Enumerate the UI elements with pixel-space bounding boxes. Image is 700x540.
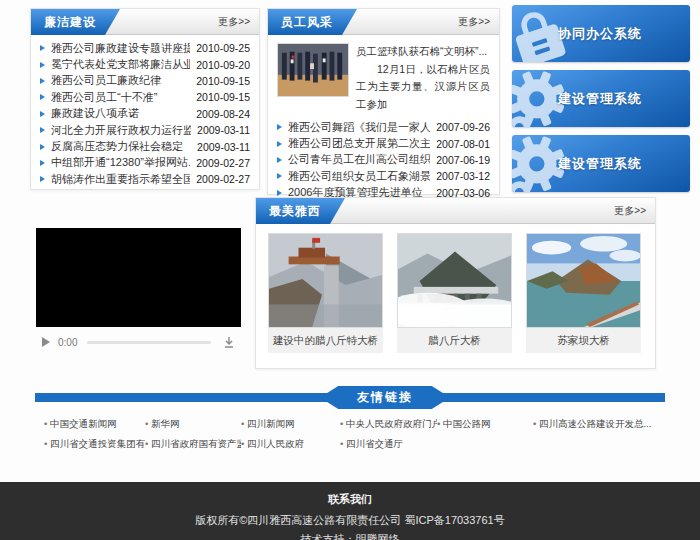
news-title: 公司青年员工在川高公司组织的... — [288, 152, 430, 167]
gallery-more-link[interactable]: 更多>> — [614, 198, 646, 224]
gallery-photo[interactable]: 建设中的腊八斤特大桥 — [268, 233, 383, 353]
video-screen[interactable] — [36, 228, 241, 327]
news-date: 2009-03-11 — [197, 141, 250, 153]
news-item[interactable]: 雅西公司组织女员工石象湖景区...2007-03-12 — [268, 168, 499, 184]
staff-more-link[interactable]: 更多>> — [458, 9, 490, 35]
video-progress-bar[interactable] — [87, 341, 211, 344]
friend-link[interactable]: 四川高速公路建设开发总... — [533, 418, 653, 431]
arrow-bullet-icon — [40, 111, 45, 117]
friend-link-label: 四川省交通厅 — [346, 438, 403, 449]
news-item[interactable]: 反腐高压态势力保社会稳定2009-03-11 — [31, 138, 259, 154]
friend-link[interactable]: 四川省交通投资集团有限... — [44, 438, 145, 451]
news-title: 雅西公司员工廉政纪律 — [51, 73, 190, 88]
news-title: 中组部开通“12380”举报网站... — [51, 155, 190, 170]
news-title: 河北全力开展行政权力运行监控... — [51, 123, 191, 138]
gallery-photo[interactable]: 苏家坝大桥 — [526, 233, 641, 353]
system-link-label: 建设管理系统 — [558, 135, 642, 192]
arrow-bullet-icon — [40, 127, 45, 133]
news-item[interactable]: 雅西公司员工“十不准”2010-09-15 — [31, 89, 259, 105]
friend-links-title: 友情链接 — [320, 386, 450, 409]
news-date: 2010-09-15 — [196, 91, 250, 103]
featured-title[interactable]: 员工篮球队获石棉“文明杯”... — [356, 43, 490, 61]
staff-news-list: 雅西公司舞蹈《我们是一家人》...2007-09-26 雅西公司团总支开展第二次… — [268, 117, 499, 201]
arrow-bullet-icon — [277, 173, 282, 179]
arrow-bullet-icon — [40, 94, 45, 100]
news-date: 2010-09-15 — [196, 75, 250, 87]
news-item[interactable]: 公司青年员工在川高公司组织的...2007-06-19 — [268, 152, 499, 168]
news-date: 2009-02-27 — [196, 157, 250, 169]
tech-support-text: 技术支持：明腾网络 — [0, 532, 700, 540]
friend-link[interactable]: 四川省政府国有资产监督... — [145, 438, 241, 451]
friend-link-label: 四川新闻网 — [247, 418, 295, 429]
friend-link[interactable]: 四川新闻网 — [241, 418, 340, 431]
arrow-bullet-icon — [40, 144, 45, 150]
gallery-panel: 最美雅西 更多>> 建设中的腊八斤特大桥 — [255, 197, 656, 369]
play-icon[interactable] — [42, 337, 50, 347]
page-footer: 联系我们 版权所有©四川雅西高速公路有限责任公司 蜀ICP备17033761号 … — [0, 482, 700, 540]
video-player[interactable]: 0:00 — [36, 228, 241, 357]
friend-link-label: 中国公路网 — [443, 418, 491, 429]
friend-link[interactable]: 四川省交通厅 — [340, 438, 437, 451]
news-title: 雅西公司团总支开展第二次主题... — [288, 136, 430, 151]
news-title: 反腐高压态势力保社会稳定 — [51, 139, 191, 154]
news-item[interactable]: 雅西公司廉政建设专题讲座提纲2010-09-25 — [31, 40, 259, 56]
video-controls: 0:00 — [36, 327, 241, 357]
news-item[interactable]: 雅西公司团总支开展第二次主题...2007-08-01 — [268, 135, 499, 151]
arrow-bullet-icon — [40, 176, 45, 182]
staff-featured-article[interactable]: 员工篮球队获石棉“文明杯”... 12月1日，以石棉片区员工为主要力量、汉源片区… — [277, 43, 490, 113]
arrow-bullet-icon — [277, 190, 282, 196]
video-time: 0:00 — [58, 337, 77, 348]
news-title: 廉政建设八项承诺 — [51, 106, 190, 121]
gallery-panel-title: 最美雅西 — [256, 198, 345, 224]
friend-link[interactable]: 中国交通新闻网 — [44, 418, 145, 431]
friend-link-label: 新华网 — [151, 418, 180, 429]
news-date: 2009-08-24 — [196, 108, 250, 120]
friend-link[interactable]: 中国公路网 — [437, 418, 533, 431]
download-icon[interactable] — [223, 336, 235, 348]
friend-link-label: 中国交通新闻网 — [50, 418, 117, 429]
integrity-more-link[interactable]: 更多>> — [218, 9, 250, 35]
arrow-bullet-icon — [40, 78, 45, 84]
gallery-photo[interactable]: 腊八斤大桥 — [397, 233, 512, 353]
system-link-construction-2[interactable]: 建设管理系统 — [512, 135, 690, 192]
gallery-title-text: 最美雅西 — [269, 204, 321, 218]
friend-link-label: 四川省交通投资集团有限... — [50, 438, 145, 449]
friend-link-label: 四川人民政府 — [247, 438, 304, 449]
arrow-bullet-icon — [277, 124, 282, 130]
news-date: 2010-09-25 — [196, 42, 250, 54]
friend-link[interactable]: 四川人民政府 — [241, 438, 340, 451]
page: 廉洁建设 更多>> 雅西公司廉政建设专题讲座提纲2010-09-25 冕宁代表处… — [0, 0, 700, 540]
friend-link-label: 四川高速公路建设开发总... — [539, 418, 651, 429]
news-item[interactable]: 胡锦涛作出重要指示希望全国纪...2009-02-27 — [31, 171, 259, 187]
photo-caption: 苏家坝大桥 — [526, 328, 641, 353]
system-link-construction-1[interactable]: 建设管理系统 — [512, 70, 690, 127]
friend-link[interactable]: 中央人民政府政府门户网 — [340, 418, 437, 431]
friend-link[interactable]: 新华网 — [145, 418, 241, 431]
river-bridge-photo — [526, 233, 641, 328]
staff-title-text: 员工风采 — [281, 15, 333, 29]
system-link-label: 建设管理系统 — [558, 70, 642, 127]
contact-us-link[interactable]: 联系我们 — [0, 482, 700, 507]
integrity-title-text: 廉洁建设 — [44, 15, 96, 29]
news-date: 2007-08-01 — [436, 138, 490, 150]
news-title: 雅西公司舞蹈《我们是一家人》... — [288, 120, 430, 135]
basketball-photo — [277, 43, 349, 97]
news-item[interactable]: 冕宁代表处党支部将廉洁从业学...2010-09-20 — [31, 56, 259, 72]
news-item[interactable]: 中组部开通“12380”举报网站...2009-02-27 — [31, 155, 259, 171]
photo-caption: 建设中的腊八斤特大桥 — [268, 328, 383, 353]
arrow-bullet-icon — [277, 141, 282, 147]
news-item[interactable]: 雅西公司舞蹈《我们是一家人》...2007-09-26 — [268, 119, 499, 135]
friend-links-row-2: 四川省交通投资集团有限... 四川省政府国有资产监督... 四川人民政府 四川省… — [44, 434, 659, 454]
bridge-construction-photo — [268, 233, 383, 328]
system-link-oa[interactable]: 协同办公系统 — [512, 5, 690, 62]
news-item[interactable]: 河北全力开展行政权力运行监控...2009-03-11 — [31, 122, 259, 138]
news-title: 雅西公司组织女员工石象湖景区... — [288, 169, 430, 184]
system-link-label: 协同办公系统 — [558, 5, 642, 62]
friend-links-banner: 友情链接 — [35, 393, 665, 402]
news-item[interactable]: 雅西公司员工廉政纪律2010-09-15 — [31, 73, 259, 89]
news-item[interactable]: 廉政建设八项承诺2009-08-24 — [31, 106, 259, 122]
news-title: 冕宁代表处党支部将廉洁从业学... — [51, 57, 190, 72]
gallery-panel-header: 最美雅西 更多>> — [256, 198, 655, 224]
news-date: 2009-03-11 — [197, 124, 250, 136]
news-date: 2007-03-12 — [436, 170, 490, 182]
